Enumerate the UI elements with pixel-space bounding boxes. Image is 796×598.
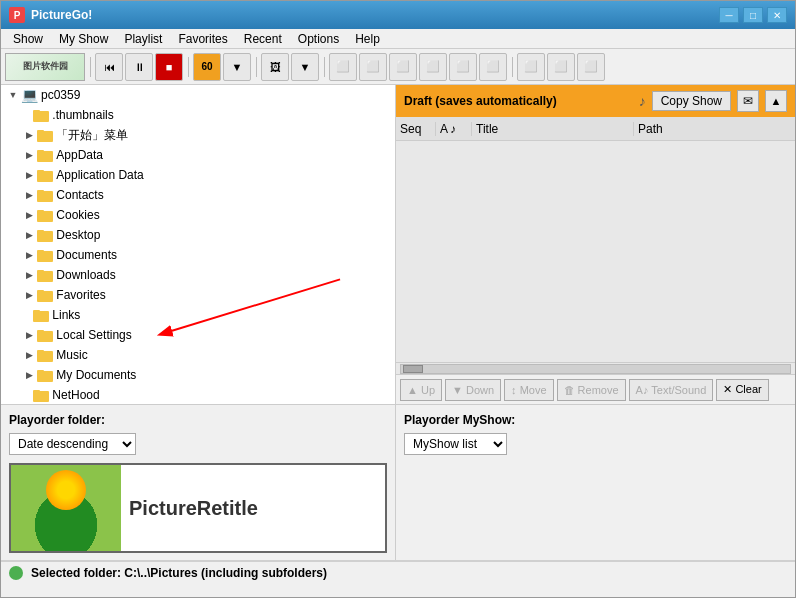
tree-scroll[interactable]: ▼ 💻 pc0359 .thumbnails ▶ 「开始」菜单 ▶ AppDat… [1,85,395,404]
col-seq-header: Seq [396,122,436,136]
folder-icon [37,168,53,182]
svg-rect-19 [37,290,44,293]
playorder-folder-label: Playorder folder: [9,413,387,427]
copy-show-button[interactable]: Copy Show [652,91,731,111]
toolbar-btn-3[interactable]: ■ [155,53,183,81]
menu-show[interactable]: Show [5,30,51,48]
down-order-button[interactable]: ▼ Down [445,379,501,401]
list-item[interactable]: ▶ Contacts [1,185,395,205]
close-button[interactable]: ✕ [767,7,787,23]
status-indicator [9,566,23,580]
folder-icon [33,388,49,402]
folder-icon [37,288,53,302]
draft-toolbar: ▲ Up ▼ Down ↕ Move 🗑 Remove A♪ Text/Soun… [396,374,795,404]
list-item[interactable]: ▶ Cookies [1,205,395,225]
svg-rect-9 [37,190,44,193]
preview-title-text: PictureRetitle [121,489,385,528]
scrollbar-track[interactable] [400,364,791,374]
svg-rect-3 [37,130,44,133]
playorder-myshow-dropdown-container: MyShow list Custom order [404,433,787,455]
menu-recent[interactable]: Recent [236,30,290,48]
status-bar: Selected folder: C:\..\Pictures (includi… [1,560,795,584]
folder-icon [37,328,53,342]
toolbar-btn-4[interactable]: 60 [193,53,221,81]
list-item[interactable]: .thumbnails [1,105,395,125]
music-icon: ♪ [639,93,646,109]
type-a-label: A [440,122,448,136]
list-item[interactable]: ▶ Documents [1,245,395,265]
tree-item-label: .thumbnails [52,108,113,122]
list-item[interactable]: ▶ Downloads [1,265,395,285]
list-item[interactable]: Links [1,305,395,325]
up-button[interactable]: ▲ [765,90,787,112]
svg-rect-1 [33,110,40,113]
draft-content-area [396,141,795,362]
toolbar-btn-16[interactable]: ⬜ [577,53,605,81]
menu-options[interactable]: Options [290,30,347,48]
folder-icon [37,148,53,162]
menu-myshow[interactable]: My Show [51,30,116,48]
playorder-myshow-select[interactable]: MyShow list Custom order [404,433,507,455]
expand-icon: ▶ [21,150,37,160]
sep3 [253,53,259,81]
list-item[interactable]: ▶ My Documents [1,365,395,385]
toolbar-btn-10[interactable]: ⬜ [389,53,417,81]
toolbar-btn-11[interactable]: ⬜ [419,53,447,81]
expand-icon: ▶ [21,290,37,300]
toolbar-btn-1[interactable]: ⏮ [95,53,123,81]
expand-icon: ▶ [21,130,37,140]
minimize-button[interactable]: ─ [719,7,739,23]
file-tree-panel: ▼ 💻 pc0359 .thumbnails ▶ 「开始」菜单 ▶ AppDat… [1,85,396,404]
toolbar-btn-8[interactable]: ⬜ [329,53,357,81]
toolbar-btn-5[interactable]: ▼ [223,53,251,81]
list-item[interactable]: ▶ Application Data [1,165,395,185]
toolbar-btn-6[interactable]: 🖼 [261,53,289,81]
scrollbar-thumb[interactable] [403,365,423,373]
playorder-folder-select[interactable]: Date descending Date ascending Name asce… [9,433,136,455]
col-path-header: Path [634,122,795,136]
toolbar-btn-7[interactable]: ▼ [291,53,319,81]
folder-icon [33,108,49,122]
toolbar-btn-12[interactable]: ⬜ [449,53,477,81]
folder-icon [37,268,53,282]
list-item[interactable]: ▶ AppData [1,145,395,165]
text-sound-button[interactable]: A♪ Text/Sound [629,379,714,401]
folder-icon [37,128,53,142]
move-button[interactable]: ↕ Move [504,379,553,401]
tree-item-label: Downloads [56,268,115,282]
tree-root[interactable]: ▼ 💻 pc0359 [1,85,395,105]
bottom-right-panel: Playorder MyShow: MyShow list Custom ord… [396,405,795,560]
preview-image [11,465,121,551]
list-item[interactable]: ▶ Music [1,345,395,365]
list-item[interactable]: ▶ 「开始」菜单 [1,125,395,145]
tree-item-label: NetHood [52,388,99,402]
up-order-button[interactable]: ▲ Up [400,379,442,401]
type-music-label: ♪ [450,122,456,136]
tree-item-label: AppData [56,148,103,162]
mail-button[interactable]: ✉ [737,90,759,112]
draft-header: Draft (saves automatically) ♪ Copy Show … [396,85,795,117]
clear-button[interactable]: ✕ Clear [716,379,768,401]
expand-icon: ▶ [21,230,37,240]
menu-help[interactable]: Help [347,30,388,48]
list-item[interactable]: ▶ Desktop [1,225,395,245]
toolbar-btn-14[interactable]: ⬜ [517,53,545,81]
toolbar-btn-2[interactable]: ⏸ [125,53,153,81]
menu-bar: Show My Show Playlist Favorites Recent O… [1,29,795,49]
list-item[interactable]: ▶ Local Settings [1,325,395,345]
toolbar-btn-9[interactable]: ⬜ [359,53,387,81]
toolbar-btn-13[interactable]: ⬜ [479,53,507,81]
menu-favorites[interactable]: Favorites [170,30,235,48]
sep5 [509,53,515,81]
list-item[interactable]: NetHood [1,385,395,404]
svg-rect-5 [37,150,44,153]
horizontal-scrollbar[interactable] [396,362,795,374]
toolbar-btn-15[interactable]: ⬜ [547,53,575,81]
expand-icon: ▶ [21,250,37,260]
list-item[interactable]: ▶ Favorites [1,285,395,305]
folder-icon [33,308,49,322]
remove-button[interactable]: 🗑 Remove [557,379,626,401]
svg-rect-11 [37,210,44,213]
maximize-button[interactable]: □ [743,7,763,23]
menu-playlist[interactable]: Playlist [116,30,170,48]
